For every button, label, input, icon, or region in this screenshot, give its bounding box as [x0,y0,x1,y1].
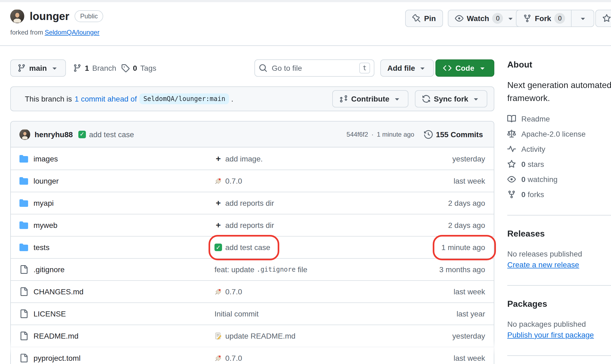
file-name-link[interactable]: CHANGES.md [19,287,214,296]
commits-count: 155 [436,130,449,139]
commit-message-link[interactable]: +add reports dir [214,199,404,207]
file-icon [19,332,28,340]
file-row[interactable]: pyproject.toml0.7.0last week [11,347,494,364]
packages-empty-text: No packages published [507,319,611,329]
tags-link[interactable]: 0 Tags [121,59,156,77]
chevron-down-icon [393,95,401,103]
commit-message-link[interactable]: ✓add test case [214,243,404,252]
file-row[interactable]: LICENSEInitial commitlast year [11,302,494,325]
add-file-button[interactable]: Add file [380,59,434,77]
file-row[interactable]: CHANGES.md0.7.0last week [11,280,494,302]
sidebar-meta-item-apache-2-0-license[interactable]: Apache-2.0 license [507,129,611,139]
sync-fork-label: Sync fork [434,95,468,103]
file-name-link[interactable]: tests [19,243,214,252]
commit-message-text: 0.7.0 [225,354,242,362]
meta-label: Apache-2.0 license [521,129,586,139]
fork-note-text: forked from [10,29,43,36]
commit-message-link[interactable]: update README.md [214,332,404,340]
commit-message-link[interactable]: feat: update .gitignore file [214,265,404,274]
pin-button[interactable]: Pin [405,10,443,27]
folder-icon [19,243,28,252]
chevron-down-icon[interactable] [506,14,515,23]
pin-icon [412,14,421,23]
memo-emoji-icon [214,332,222,340]
fork-button[interactable]: Fork 0 [516,10,595,27]
branch-status-prefix: This branch is [25,95,72,103]
file-age: 2 days ago [404,199,485,207]
file-name-link[interactable]: pyproject.toml [19,354,214,362]
file-name-link[interactable]: LICENSE [19,309,214,318]
repo-name-link[interactable]: lounger [30,10,69,22]
file-name-link[interactable]: .gitignore [19,265,214,274]
commit-author-link[interactable]: henryhu88 [35,130,73,139]
code-button[interactable]: Code [435,59,494,77]
commit-message-link[interactable]: +add reports dir [214,221,404,230]
branches-link[interactable]: 1 Branch [73,59,116,77]
sidebar-meta-item-activity[interactable]: Activity [507,144,611,154]
star-button[interactable] [595,10,611,27]
code-icon [443,64,452,72]
file-name-link[interactable]: myapi [19,199,214,207]
commit-sha-link[interactable]: 544f6f2 [347,130,368,138]
commit-message-text: feat: update [214,265,257,274]
folder-icon [19,221,28,230]
commit-message-link[interactable]: 0.7.0 [214,354,404,362]
commit-message-link[interactable]: +add image. [214,154,404,163]
commit-message-link[interactable]: ✓ add test case [78,130,134,139]
file-name-link[interactable]: myweb [19,221,214,230]
meta-label: stars [528,159,544,170]
commit-message-text: file [296,265,307,274]
repo-description-line1: Next generation automated [507,79,611,92]
button-divider [571,10,572,26]
commits-ahead-link[interactable]: 1 commit ahead of [75,95,137,103]
file-row[interactable]: lounger0.7.0last week [11,170,494,192]
commit-author-avatar[interactable] [19,129,30,140]
commit-history-link[interactable]: 155 Commits [424,130,483,139]
repo-owner-avatar[interactable] [10,9,24,23]
packages-heading[interactable]: Packages [507,298,611,311]
publish-package-link[interactable]: Publish your first package [507,330,594,340]
sidebar-meta-item-watching[interactable]: 0watching [507,174,611,185]
meta-label: Activity [521,144,545,154]
file-row[interactable]: README.mdupdate README.mdyesterday [11,325,494,347]
releases-heading[interactable]: Releases [507,227,611,240]
go-to-file-search[interactable]: t [254,59,374,77]
watch-button[interactable]: Watch 0 [448,10,522,27]
file-name-text: CHANGES.md [33,287,83,296]
history-icon [424,130,433,139]
contribute-button[interactable]: Contribute [332,90,408,107]
sidebar-meta-item-forks[interactable]: 0forks [507,189,611,200]
file-row[interactable]: myapi+add reports dir2 days ago [11,192,494,214]
go-to-file-input[interactable] [271,63,356,73]
releases-section: Releases No releases published Create a … [507,215,611,270]
pulse-icon [507,145,516,153]
commit-message-text: update README.md [225,332,296,340]
file-row[interactable]: .gitignorefeat: update .gitignore file3 … [11,258,494,280]
branch-selector-button[interactable]: main [10,59,66,77]
sidebar-meta-item-readme[interactable]: Readme [507,113,611,124]
branches-label: Branch [92,64,116,72]
repo-forked-icon [507,190,516,199]
commit-message-link[interactable]: Initial commit [214,309,404,318]
file-name-link[interactable]: README.md [19,332,214,340]
file-name-link[interactable]: lounger [19,177,214,185]
file-row[interactable]: images+add image.yesterday [11,147,494,170]
sidebar-meta-item-stars[interactable]: 0stars [507,159,611,170]
commit-message-link[interactable]: 0.7.0 [214,177,404,185]
file-row[interactable]: myweb+add reports dir2 days ago [11,214,494,236]
upstream-ref-badge[interactable]: SeldomQA/lounger:main [140,93,229,104]
file-age: last year [404,309,485,318]
folder-icon [19,177,28,185]
branch-status-text: This branch is 1 commit ahead of SeldomQ… [25,87,233,111]
file-row[interactable]: tests✓add test case1 minute ago [11,236,494,258]
check-emoji-icon: ✓ [78,130,86,138]
chevron-down-icon[interactable] [579,14,588,23]
upstream-repo-link[interactable]: SeldomQA/lounger [45,29,99,36]
sync-fork-button[interactable]: Sync fork [415,90,487,107]
chevron-down-icon [472,95,480,103]
file-age: 2 days ago [404,221,485,230]
commits-label: Commits [451,130,483,139]
create-release-link[interactable]: Create a new release [507,260,579,270]
commit-message-link[interactable]: 0.7.0 [214,287,404,296]
file-name-link[interactable]: images [19,154,214,163]
